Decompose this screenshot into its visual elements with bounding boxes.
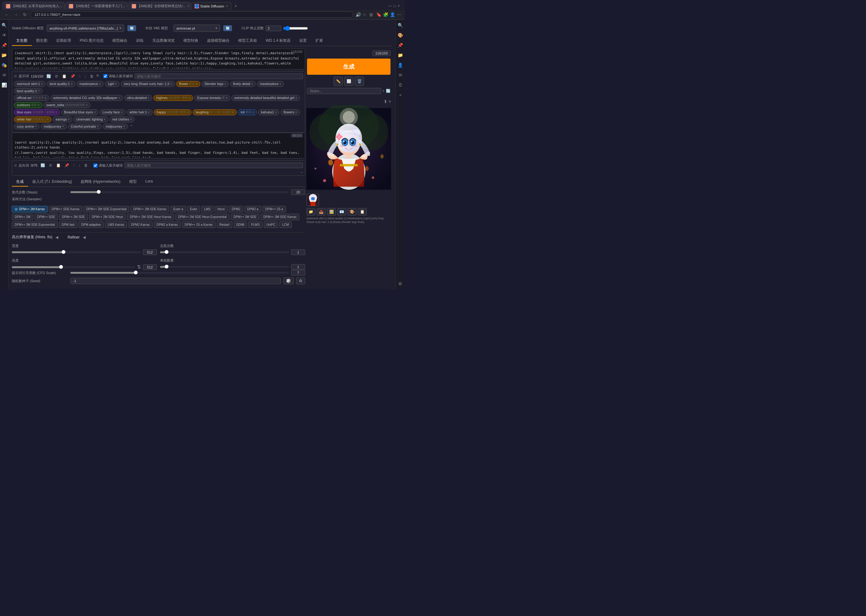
sampler-dpm3msde-exp[interactable]: DPM++ 3M SDE Exponential: [12, 222, 58, 228]
tab-convert[interactable]: 模型转换: [179, 36, 203, 46]
tab-img2img[interactable]: 图生图: [32, 36, 52, 46]
tag-midi-remove[interactable]: ×: [62, 124, 64, 128]
sampler-dpm3msde[interactable]: DPM++ 3M SDE: [231, 214, 259, 220]
sampler-dpm2msde-heun[interactable]: DPM++ 2M SDE Heun: [89, 214, 126, 220]
right-icon-2[interactable]: 🎨: [396, 31, 404, 39]
tab-2[interactable]: 🎨 【AI绘画】一张图看懂新手入门... ×: [65, 2, 128, 10]
tag-legs-remove[interactable]: ×: [224, 82, 226, 86]
subtab-lora[interactable]: Lora: [141, 178, 157, 187]
tab-txt2img[interactable]: 文生图: [12, 36, 32, 46]
sampler-heun[interactable]: Heun: [215, 206, 228, 212]
tab-icon[interactable]: ⊞: [369, 12, 374, 17]
sampler-lms[interactable]: LMS: [201, 206, 213, 212]
height-value[interactable]: 512: [143, 264, 157, 270]
sampler-dpm2m[interactable]: DPM++ 2M Karras: [12, 206, 48, 212]
sampler-dpm2msde-heun-karras[interactable]: DPM++ 2M SDE Heun Karras: [127, 214, 174, 220]
neg-checkbox[interactable]: [93, 163, 97, 168]
action-trash[interactable]: 🗑️: [355, 77, 364, 86]
cfg-slider[interactable]: [71, 272, 289, 274]
tab-1[interactable]: 🎨 【AI绘画】从零开始的AI绘画人... ×: [3, 2, 65, 10]
tab-train[interactable]: 训练: [132, 36, 148, 46]
vae-refresh-btn[interactable]: 🔄: [223, 25, 232, 31]
batch-size-slider[interactable]: [160, 266, 289, 268]
minimize-btn[interactable]: —: [388, 4, 392, 8]
positive-prompt-textarea[interactable]: (swimsuit skirt:1),(best quality:1),mast…: [12, 49, 305, 68]
sampler-plms[interactable]: PLMS: [248, 222, 262, 228]
neg-tags-delete-btn[interactable]: 🗑: [83, 163, 89, 168]
neg-tags-expand-btn[interactable]: ⌄: [14, 170, 303, 173]
style-select[interactable]: Styles...: [307, 88, 381, 94]
subtab-embedding[interactable]: 嵌入式 (T.I. Embedding): [28, 178, 76, 187]
tag-swimsuit-remove[interactable]: ×: [41, 82, 43, 86]
sampler-dpm2-karras[interactable]: DPM2 Karras: [128, 222, 152, 228]
neg-tags-settings-btn[interactable]: ⚙: [48, 163, 53, 168]
tab-merge[interactable]: 模型融合: [108, 36, 132, 46]
neg-tags-copy-btn[interactable]: 📋: [55, 163, 62, 168]
generate-btn[interactable]: 生成: [307, 58, 390, 75]
steps-slider[interactable]: [71, 191, 289, 193]
sampler-dpm2[interactable]: DPM2: [229, 206, 243, 212]
right-icon-3[interactable]: 📌: [396, 41, 404, 49]
model-select[interactable]: anything-v5-PrtRE.safetensors [7f96a1a9c…: [47, 25, 124, 32]
tab-supermerge[interactable]: 超级模型融合: [203, 36, 234, 46]
tags-down-btn[interactable]: ↓: [83, 74, 88, 79]
sampler-lms-karras[interactable]: LMS Karras: [105, 222, 127, 228]
tag-cinematic-remove[interactable]: ×: [104, 118, 105, 121]
tags-checkbox[interactable]: [104, 74, 107, 78]
bookmark-icon[interactable]: 🔖: [376, 12, 381, 17]
tab-postprocess[interactable]: 后期处理: [52, 36, 75, 46]
action-pencil[interactable]: ✏️: [333, 77, 343, 86]
tab-wd14[interactable]: WD 1.4 标签器: [261, 36, 295, 46]
clip-input[interactable]: [266, 25, 281, 31]
star-icon[interactable]: ☆: [363, 12, 368, 17]
tag-flower-remove[interactable]: ×: [196, 82, 197, 86]
tag-outdoors-remove[interactable]: ×: [38, 104, 39, 107]
tag-whitehair-remove[interactable]: ×: [148, 110, 150, 114]
tag-ultra-remove[interactable]: ×: [148, 96, 149, 100]
left-icon-7[interactable]: 📊: [0, 81, 8, 89]
tag-happy-remove[interactable]: ×: [187, 110, 189, 114]
right-icon-7[interactable]: 🗓: [397, 81, 404, 89]
sampler-dpmfast[interactable]: DPM fast: [59, 222, 77, 228]
tags-refresh-btn[interactable]: 🔄: [45, 74, 52, 79]
tag-beautifuleyes-remove[interactable]: ×: [94, 110, 96, 114]
tab-infinity[interactable]: 无边图像浏览: [148, 36, 179, 46]
tag-highres-remove[interactable]: ×: [189, 96, 190, 100]
menu-icon[interactable]: ⋯: [397, 12, 402, 17]
tags-copy-btn[interactable]: 📋: [61, 74, 68, 79]
right-icon-5[interactable]: 👤: [396, 61, 404, 69]
speaker-icon[interactable]: 🔊: [355, 12, 361, 17]
left-icon-6[interactable]: ✉: [1, 71, 8, 79]
batch-size-value[interactable]: 1: [291, 264, 305, 270]
sampler-dpmadaptive[interactable]: DPM adaptive: [79, 222, 104, 228]
batch-size-thumb[interactable]: [165, 265, 168, 269]
right-icon-bottom[interactable]: ⚙: [397, 280, 404, 288]
style-plus[interactable]: +: [382, 89, 385, 93]
img-close-btn[interactable]: ×: [389, 99, 391, 104]
tags-search-input[interactable]: [135, 74, 303, 79]
seed-input[interactable]: [71, 278, 281, 284]
tag-flowers-remove[interactable]: ×: [295, 110, 297, 114]
left-icon-1[interactable]: 🔍: [0, 22, 8, 29]
subtab-model[interactable]: 模型: [125, 178, 141, 187]
tag-colorful-remove[interactable]: ×: [97, 124, 99, 128]
neg-search-input[interactable]: [124, 163, 303, 168]
tag-masterpiece-remove[interactable]: ×: [99, 82, 101, 86]
batch-count-value[interactable]: 1: [291, 250, 305, 255]
swap-btn[interactable]: ⇅: [137, 264, 141, 270]
cfg-value[interactable]: 7: [291, 270, 305, 276]
tab-2-close[interactable]: ×: [127, 4, 128, 8]
sampler-dpm3msde-karras[interactable]: DPM++ 3M SDE Karras: [261, 214, 299, 220]
tab-settings[interactable]: 设置: [295, 36, 311, 46]
img-maximize-btn[interactable]: ⬆: [383, 99, 387, 104]
tab-1-close[interactable]: ×: [64, 4, 65, 8]
model-refresh-btn[interactable]: 🔄: [127, 25, 136, 31]
tag-loli-remove[interactable]: ×: [252, 110, 254, 114]
tags-up-btn[interactable]: ↑: [77, 74, 82, 79]
steps-value[interactable]: 20: [291, 189, 305, 195]
seed-random-btn[interactable]: 🎲: [283, 278, 294, 284]
tab-pnginfo[interactable]: PNG 图片信息: [75, 36, 108, 46]
img-extras-btn[interactable]: 🎨: [347, 208, 357, 215]
batch-count-slider[interactable]: [160, 251, 289, 253]
sampler-dpm2msde2[interactable]: DPM++ 2M SDE: [59, 214, 88, 220]
